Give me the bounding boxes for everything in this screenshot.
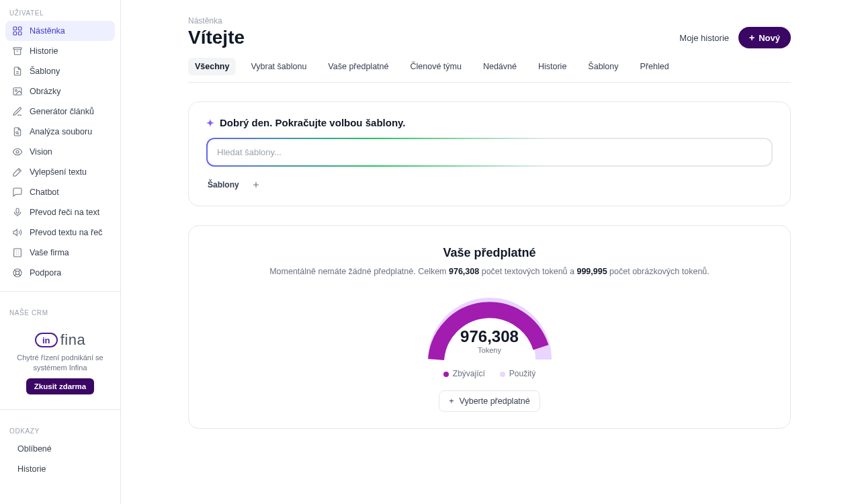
sidebar-item-dashboard[interactable]: Nástěnka [5, 21, 115, 41]
search-wrap [206, 138, 773, 167]
crm-cta-button[interactable]: Zkusit zdarma [26, 378, 94, 394]
sidebar-item-label: Vaše firma [30, 248, 69, 257]
gauge-legend: Zbývající Použitý [206, 369, 773, 378]
sparkle-icon: ✦ [206, 118, 214, 128]
crm-logo-fina: fina [60, 331, 85, 349]
sidebar-item-enhance-text[interactable]: Vylepšení textu [5, 162, 115, 182]
sidebar-item-label: Šablony [30, 67, 60, 76]
my-history-link[interactable]: Moje historie [679, 33, 729, 43]
desc-mid: počet textových tokenů a [479, 267, 576, 276]
token-gauge: 976,308 Tokeny [423, 292, 557, 354]
eye-icon [12, 146, 23, 157]
svg-rect-5 [13, 88, 22, 95]
sidebar-item-label: Historie [30, 46, 58, 56]
sidebar-item-label: Chatbot [30, 187, 59, 197]
sidebar-item-templates[interactable]: Šablony [5, 61, 115, 81]
choose-plan-label: Vyberte předplatné [460, 396, 530, 406]
chat-icon [12, 187, 23, 198]
legend-used: Použitý [500, 369, 535, 378]
sidebar: UŽIVATEL Nástěnka Historie Šablony Obráz… [0, 0, 121, 504]
breadcrumb: Nástěnka [188, 16, 791, 26]
file-search-icon [12, 126, 23, 137]
sidebar-item-label: Vision [30, 147, 52, 157]
sidebar-item-article-generator[interactable]: Generátor článků [5, 101, 115, 122]
sidebar-item-file-analysis[interactable]: Analýza souboru [5, 122, 115, 142]
tab-history[interactable]: Historie [531, 58, 573, 75]
subscription-card: Vaše předplatné Momentálně nemáte žádné … [188, 225, 791, 429]
sidebar-divider [0, 291, 120, 292]
sidebar-item-images[interactable]: Obrázky [5, 81, 115, 101]
tab-all[interactable]: Všechny [188, 58, 236, 75]
sidebar-section-crm: NAŠE CRM [0, 300, 120, 321]
desc-suffix: počet obrázkových tokenů. [607, 267, 710, 276]
sidebar-section-links: ODKAZY [0, 418, 120, 439]
tab-team-members[interactable]: Členové týmu [403, 58, 468, 75]
main-content: Nástěnka Vítejte Moje historie + Nový Vš… [121, 0, 858, 504]
crm-desc: Chytré řízení podnikání se systémem Infi… [13, 353, 107, 373]
sidebar-item-vision[interactable]: Vision [5, 142, 115, 162]
svg-rect-9 [16, 208, 19, 213]
legend-remaining: Zbývající [443, 369, 485, 378]
svg-rect-0 [13, 27, 17, 30]
sidebar-item-history[interactable]: Historie [5, 41, 115, 61]
svg-point-12 [15, 271, 19, 274]
svg-rect-3 [18, 32, 22, 35]
sidebar-item-label: Generátor článků [30, 107, 94, 116]
new-button-label: Nový [759, 33, 780, 43]
svg-point-7 [16, 132, 18, 134]
image-icon [12, 86, 23, 97]
tab-templates[interactable]: Šablony [581, 58, 625, 75]
legend-used-label: Použitý [509, 369, 535, 378]
sidebar-item-text-to-speech[interactable]: Převod textu na řeč [5, 222, 115, 243]
sidebar-nav: Nástěnka Historie Šablony Obrázky Generá… [0, 21, 120, 283]
crm-promo: in fina Chytré řízení podnikání se systé… [7, 325, 114, 401]
tab-overview[interactable]: Přehled [634, 58, 676, 75]
legend-remaining-label: Zbývající [453, 369, 485, 378]
tab-choose-template[interactable]: Vybrat šablonu [244, 58, 313, 75]
svg-rect-1 [18, 27, 22, 30]
hello-card: ✦ Dobrý den. Pokračujte volbou šablony. … [188, 101, 791, 206]
tab-recent[interactable]: Nedávné [476, 58, 523, 75]
crm-logo: in fina [13, 331, 107, 349]
sidebar-links: Oblíbené Historie [0, 439, 120, 479]
archive-icon [12, 46, 23, 56]
sidebar-item-label: Analýza souboru [30, 127, 92, 136]
sidebar-item-speech-to-text[interactable]: Převod řeči na text [5, 202, 115, 222]
sidebar-section-user: UŽIVATEL [0, 0, 120, 21]
sidebar-item-label: Obrázky [30, 87, 61, 96]
image-tokens-value: 999,995 [576, 267, 607, 276]
plus-icon: + [749, 32, 755, 43]
sidebar-item-chatbot[interactable]: Chatbot [5, 182, 115, 202]
svg-rect-2 [13, 32, 17, 35]
link-history[interactable]: Historie [5, 459, 115, 479]
sidebar-item-company[interactable]: Vaše firma [5, 243, 115, 263]
page-title: Vítejte [188, 27, 245, 48]
sidebar-item-label: Podpora [30, 268, 61, 278]
add-template-button[interactable] [247, 176, 265, 194]
subscription-desc: Momentálně nemáte žádné předplatné. Celk… [206, 267, 773, 276]
svg-point-6 [15, 89, 17, 91]
sidebar-item-label: Převod řeči na text [30, 208, 99, 217]
tabs: Všechny Vybrat šablonu Vaše předplatné Č… [188, 58, 791, 75]
mic-icon [12, 207, 23, 218]
building-icon [12, 247, 23, 258]
choose-plan-button[interactable]: + Vyberte předplatné [439, 390, 540, 412]
plus-icon: + [449, 396, 454, 406]
text-tokens-value: 976,308 [449, 267, 479, 276]
sidebar-item-label: Vylepšení textu [30, 167, 87, 177]
new-button[interactable]: + Nový [738, 27, 791, 48]
search-input[interactable] [217, 147, 762, 157]
dashboard-icon [12, 26, 23, 36]
speaker-icon [12, 227, 23, 238]
lifebuoy-icon [12, 267, 23, 278]
dot-remaining-icon [443, 372, 449, 377]
file-text-icon [12, 66, 23, 77]
sidebar-item-support[interactable]: Podpora [5, 263, 115, 283]
svg-rect-4 [13, 48, 22, 50]
tab-subscription[interactable]: Vaše předplatné [321, 58, 395, 75]
tabs-divider [188, 82, 791, 83]
desc-prefix: Momentálně nemáte žádné předplatné. Celk… [269, 267, 449, 276]
subscription-title: Vaše předplatné [206, 246, 773, 260]
templates-label: Šablony [208, 180, 239, 190]
link-favorites[interactable]: Oblíbené [5, 439, 115, 459]
